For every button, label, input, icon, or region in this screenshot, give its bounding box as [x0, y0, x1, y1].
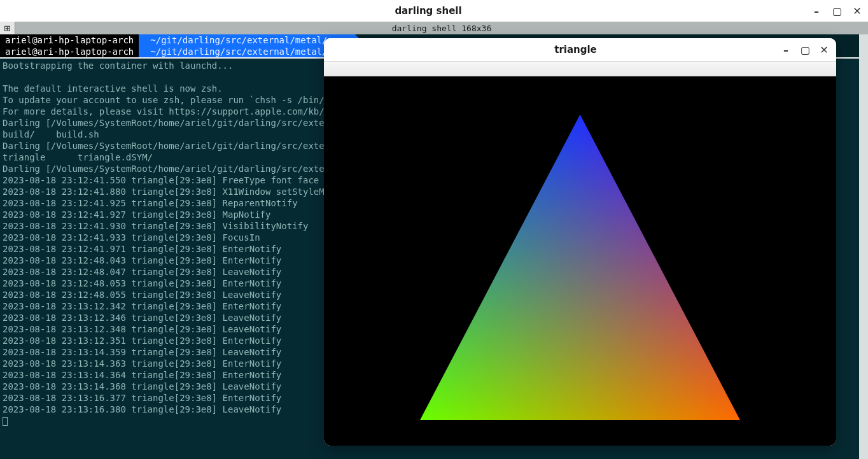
terminal-scrollbar[interactable] — [859, 34, 868, 459]
app-close-button[interactable]: ✕ — [820, 44, 829, 56]
app-canvas — [324, 76, 836, 446]
host-close-button[interactable]: ✕ — [853, 5, 862, 17]
triangle-render — [324, 76, 836, 446]
app-minimize-button[interactable]: – — [781, 44, 790, 56]
svg-marker-3 — [420, 115, 740, 420]
new-tab-icon: ⊞ — [4, 24, 11, 33]
terminal-tab-label: darling shell 168x36 — [392, 24, 492, 33]
terminal-tab[interactable]: darling shell 168x36 — [15, 22, 868, 34]
app-window-triangle[interactable]: triangle – ▢ ✕ — [324, 38, 836, 446]
prompt-path: ~/git/darling/src/external/metal/exam — [139, 34, 355, 46]
app-maximize-button[interactable]: ▢ — [801, 44, 809, 56]
prompt-user-2: ariel@ari-hp-laptop-arch — [0, 46, 139, 57]
host-minimize-button[interactable]: – — [812, 5, 821, 17]
prompt-user: ariel@ari-hp-laptop-arch — [0, 34, 139, 46]
host-maximize-button[interactable]: ▢ — [832, 5, 841, 17]
terminal-cursor — [3, 417, 8, 426]
host-window-titlebar: darling shell – ▢ ✕ — [0, 0, 868, 22]
terminal-tab-bar: ⊞ darling shell 168x36 — [0, 22, 868, 34]
app-title: triangle — [370, 44, 781, 55]
new-tab-button[interactable]: ⊞ — [0, 22, 15, 34]
app-titlebar[interactable]: triangle – ▢ ✕ — [324, 38, 836, 61]
host-window-title: darling shell — [45, 5, 812, 17]
prompt-path-2: ~/git/darling/src/external/metal/exa — [139, 46, 349, 57]
app-toolbar — [324, 61, 836, 76]
